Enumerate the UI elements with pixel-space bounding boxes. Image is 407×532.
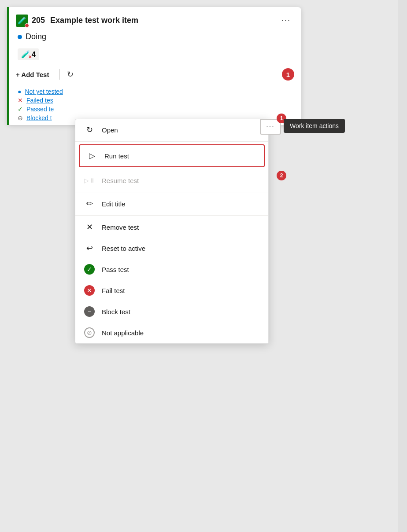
list-item: ✕ Failed tes — [18, 97, 294, 104]
scrollbar-panel — [398, 0, 407, 532]
work-item-icon: 🧪 — [16, 15, 28, 27]
menu-na-label: Not applicable — [102, 329, 144, 337]
context-menu: ↻ Open ▷ Run test ▷⏸ Resume test ✏ Edit … — [75, 119, 269, 344]
menu-divider-3 — [75, 215, 268, 216]
remove-icon: ✕ — [84, 222, 95, 232]
menu-run-test-label: Run test — [104, 152, 129, 160]
badge-number-2: 2 — [277, 171, 286, 180]
edit-icon: ✏ — [84, 198, 95, 209]
list-item: ● Not yet tested — [18, 88, 294, 95]
not-yet-tested-link[interactable]: Not yet tested — [25, 88, 63, 95]
status-red-dot: ✕ — [18, 97, 23, 104]
card-header-left: 🧪 205 Example test work item — [16, 15, 138, 27]
status-text: Doing — [26, 32, 46, 41]
menu-item-edit-title[interactable]: ✏ Edit title — [75, 193, 268, 214]
status-green-dot: ✓ — [18, 106, 23, 113]
block-icon: − — [84, 306, 95, 317]
resume-icon: ▷⏸ — [84, 175, 95, 186]
menu-item-run-test[interactable]: ▷ Run test — [79, 144, 265, 167]
menu-block-test-label: Block test — [102, 308, 130, 316]
refresh-button[interactable]: ↻ — [65, 68, 75, 81]
open-icon: ↻ — [84, 125, 95, 135]
card-header: 🧪 205 Example test work item ··· — [7, 7, 301, 30]
status-blue-dot: ● — [18, 88, 21, 95]
menu-divider — [75, 141, 268, 142]
test-count-badge: 🧪✕ 4 — [18, 48, 39, 60]
passed-test-link[interactable]: Passed te — [26, 106, 54, 113]
na-icon: ⊘ — [84, 327, 95, 338]
list-item: ✓ Passed te — [18, 106, 294, 113]
fail-icon: ✕ — [84, 285, 95, 296]
menu-remove-test-label: Remove test — [102, 224, 139, 231]
card-id: 205 — [32, 16, 45, 25]
status-dark-dot: ⊖ — [18, 114, 23, 121]
menu-reset-label: Reset to active — [102, 245, 145, 252]
work-item-actions-tooltip: Work item actions — [284, 119, 345, 133]
test-count-number: 4 — [32, 51, 36, 59]
work-item-card: 🧪 205 Example test work item ··· Doing 🧪… — [7, 7, 301, 125]
run-test-icon: ▷ — [87, 150, 97, 161]
badge-1: 1 — [282, 68, 294, 81]
blocked-test-link[interactable]: Blocked t — [26, 114, 52, 121]
add-test-button[interactable]: + Add Test — [16, 68, 54, 81]
menu-pass-test-label: Pass test — [102, 266, 129, 273]
status-dot-icon — [18, 35, 22, 39]
menu-item-reset[interactable]: ↩ Reset to active — [75, 238, 268, 259]
failed-test-link[interactable]: Failed tes — [26, 97, 53, 104]
menu-item-not-applicable[interactable]: ⊘ Not applicable — [75, 322, 268, 343]
menu-resume-test-label: Resume test — [102, 177, 139, 184]
menu-edit-title-label: Edit title — [102, 200, 125, 208]
menu-open-label: Open — [102, 126, 118, 134]
pass-icon: ✓ — [84, 264, 95, 275]
x-badge — [25, 23, 29, 28]
dropdown-menu: ↻ Open ▷ Run test ▷⏸ Resume test ✏ Edit … — [75, 119, 269, 344]
flask-small-icon: 🧪✕ — [21, 50, 30, 59]
card-more-button[interactable]: ··· — [278, 14, 294, 27]
menu-item-fail-test[interactable]: ✕ Fail test — [75, 280, 268, 301]
menu-item-open[interactable]: ↻ Open — [75, 119, 268, 140]
card-title: Example test work item — [50, 16, 138, 25]
menu-item-pass-test[interactable]: ✓ Pass test — [75, 259, 268, 280]
menu-fail-test-label: Fail test — [102, 287, 125, 294]
status-row: Doing — [7, 30, 301, 45]
menu-divider-2 — [75, 192, 268, 192]
test-count-row: 🧪✕ 4 — [7, 45, 301, 64]
toolbar-row: + Add Test ↻ 1 — [7, 64, 301, 84]
menu-item-block-test[interactable]: − Block test — [75, 301, 268, 322]
menu-item-resume-test: ▷⏸ Resume test — [75, 170, 268, 191]
menu-item-remove-test[interactable]: ✕ Remove test — [75, 216, 268, 238]
toolbar-divider — [59, 69, 60, 80]
reset-icon: ↩ — [84, 243, 95, 253]
